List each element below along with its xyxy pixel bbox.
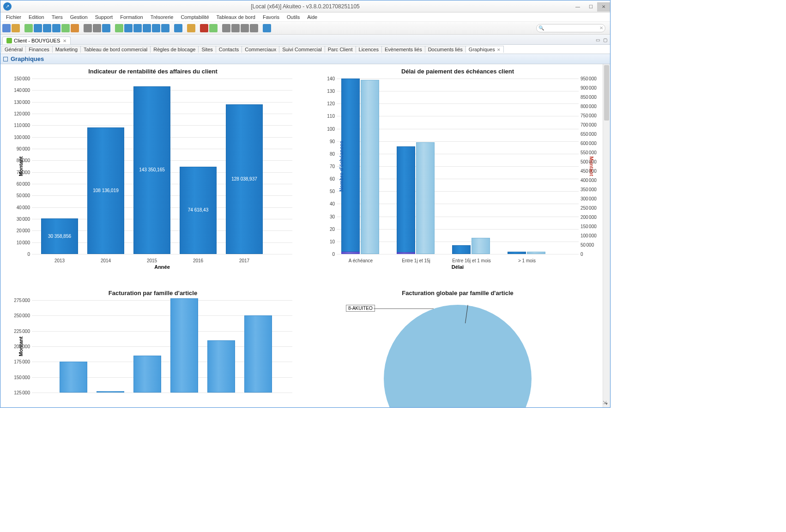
window-title: [Local (x64)] Akuiteo - v3.8.0.201708251… — [0, 3, 610, 10]
list-icon[interactable] — [115, 24, 123, 32]
subtab-tableau-de-bord-commercial[interactable]: Tableau de bord commercial — [80, 46, 151, 53]
bar-value-label: 30 358,856 — [42, 234, 78, 239]
close-all-icon[interactable] — [263, 24, 271, 32]
menu-edition[interactable]: Edition — [25, 13, 48, 21]
x-tick: 2017 — [239, 258, 249, 263]
bar-count-light — [361, 80, 379, 254]
y-tick: 250 000 — [7, 313, 30, 318]
action-icon[interactable] — [71, 24, 79, 32]
subtab-règles-de-blocage[interactable]: Règles de blocage — [150, 46, 199, 53]
highlight-icon[interactable] — [61, 24, 70, 32]
export-icon[interactable] — [143, 24, 151, 32]
menu-support[interactable]: Support — [91, 13, 117, 21]
window-maximize-button[interactable]: ☐ — [584, 2, 597, 12]
menu-trésorerie[interactable]: Trésorerie — [147, 13, 177, 21]
menu-tiers[interactable]: Tiers — [48, 13, 67, 21]
save-icon[interactable] — [2, 24, 11, 32]
nav-prev-icon[interactable] — [231, 24, 240, 32]
y-tick-left: 110 — [312, 114, 335, 119]
toolbar-search[interactable]: 🔍 ✕ — [536, 24, 605, 32]
menu-formation[interactable]: Formation — [116, 13, 147, 21]
x-tick: Entre 1j et 15j — [402, 258, 430, 263]
nav-next-icon[interactable] — [241, 24, 249, 32]
menu-tableaux de bord[interactable]: Tableaux de bord — [213, 13, 259, 21]
y-tick-right: 0 — [580, 252, 604, 257]
paste-icon[interactable] — [43, 24, 51, 32]
menu-comptabilité[interactable]: Comptabilité — [177, 13, 212, 21]
clear-search-icon[interactable]: ✕ — [599, 25, 603, 30]
y-tick-right: 400 000 — [580, 178, 604, 183]
close-tab-icon[interactable]: ✕ — [63, 38, 67, 43]
y-tick-right: 50 000 — [580, 242, 604, 248]
sub-tab-bar: GénéralFinancesMarketingTableau de bord … — [0, 45, 610, 54]
table-icon[interactable] — [152, 24, 160, 32]
subtab-général[interactable]: Général — [1, 46, 26, 53]
script-icon[interactable] — [24, 24, 33, 32]
pie-slice-akuiteo — [384, 305, 532, 407]
subtab-finances[interactable]: Finances — [25, 46, 53, 53]
sheet-icon[interactable] — [209, 24, 218, 32]
nav-first-icon[interactable] — [222, 24, 230, 32]
y-tick: 0 — [7, 252, 30, 257]
titlebar: ↗ [Local (x64)] Akuiteo - v3.8.0.2017082… — [0, 0, 610, 12]
bar-family-3 — [170, 298, 198, 393]
y-tick: 150 000 — [7, 76, 30, 81]
subtab-marketing[interactable]: Marketing — [52, 46, 81, 53]
subtab-commerciaux[interactable]: Commerciaux — [242, 46, 279, 53]
chart-title: Délai de paiement des échéances client — [309, 68, 606, 75]
filter-icon[interactable] — [133, 24, 142, 32]
menu-fichier[interactable]: Fichier — [2, 13, 25, 21]
y-tick: 60 000 — [7, 181, 30, 187]
preview-icon[interactable] — [102, 24, 110, 32]
subtab-sites[interactable]: Sites — [198, 46, 216, 53]
subtab-graphiques[interactable]: Graphiques✕ — [466, 46, 504, 53]
bar-family-2 — [133, 356, 161, 393]
edit-icon[interactable] — [34, 24, 42, 32]
menu-gestion[interactable]: Gestion — [67, 13, 91, 21]
search-icon: 🔍 — [538, 25, 544, 30]
y-tick: 175 000 — [7, 359, 30, 364]
section-collapse-icon[interactable] — [3, 57, 8, 61]
print-preview-icon[interactable] — [84, 24, 92, 32]
bar-family-0 — [60, 362, 87, 393]
subtab-documents-liés[interactable]: Documents liés — [425, 46, 466, 53]
y-tick-right: 800 000 — [580, 104, 604, 109]
y-tick: 20 000 — [7, 228, 30, 233]
bar-value-label: 143 350,165 — [134, 167, 170, 172]
y-tick-left: 40 — [312, 201, 335, 206]
settings-icon[interactable] — [161, 24, 169, 32]
folder-icon[interactable] — [187, 24, 195, 32]
menu-outils[interactable]: Outils — [283, 13, 303, 21]
y-tick-left: 20 — [312, 226, 335, 231]
grid-icon[interactable] — [174, 24, 182, 32]
document-tab-client[interactable]: Client - BOUYGUES ✕ — [2, 36, 71, 44]
refresh-icon[interactable] — [124, 24, 133, 32]
menubar: FichierEditionTiersGestionSupportFormati… — [0, 12, 610, 22]
subtab-evènements-liés[interactable]: Evènements liés — [381, 46, 425, 53]
y-tick: 140 000 — [7, 88, 30, 93]
bar-family-1 — [97, 391, 124, 393]
close-subtab-icon[interactable]: ✕ — [497, 48, 501, 52]
minimize-view-icon[interactable]: ▭ — [594, 36, 601, 43]
y-axis-label-right: Montant — [589, 157, 595, 176]
print-icon[interactable] — [93, 24, 101, 32]
subtab-suivi-commercial[interactable]: Suivi Commercial — [279, 46, 325, 53]
window-minimize-button[interactable]: — — [571, 2, 584, 12]
x-tick: A échéance — [349, 258, 373, 263]
y-tick: 40 000 — [7, 205, 30, 210]
subtab-parc-client[interactable]: Parc Client — [325, 46, 356, 53]
vertical-scrollbar[interactable]: ▲ ▼ — [603, 64, 610, 407]
chart-pie-icon[interactable] — [200, 24, 208, 32]
menu-favoris[interactable]: Favoris — [259, 13, 283, 21]
bar-count-light — [416, 142, 435, 254]
menu-aide[interactable]: Aide — [303, 13, 321, 21]
maximize-view-icon[interactable]: ▢ — [602, 36, 608, 43]
config-icon[interactable] — [52, 24, 60, 32]
nav-last-icon[interactable] — [250, 24, 258, 32]
scrollbar-thumb[interactable] — [604, 65, 609, 121]
chart-payment-delay: Délai de paiement des échéances client 0… — [305, 64, 610, 286]
window-close-button[interactable]: ✕ — [597, 2, 610, 12]
subtab-contacts[interactable]: Contacts — [216, 46, 242, 53]
open-icon[interactable] — [12, 24, 20, 32]
subtab-licences[interactable]: Licences — [356, 46, 382, 53]
